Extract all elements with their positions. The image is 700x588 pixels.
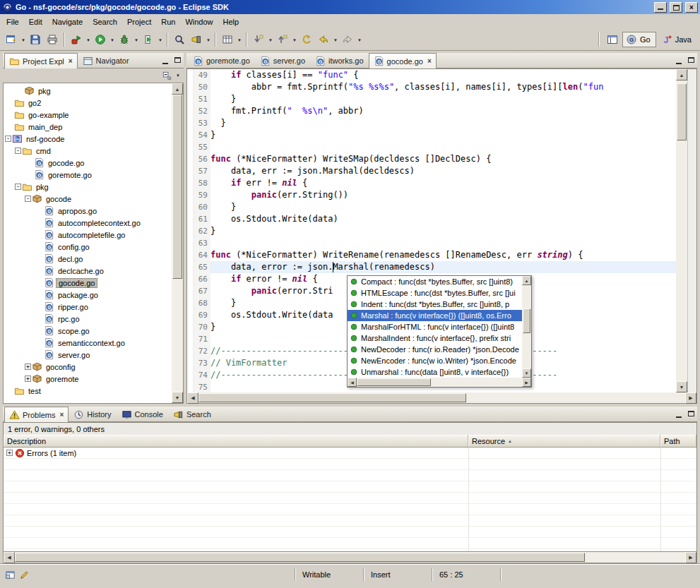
- tree-item-server.go[interactable]: Gserver.go: [4, 349, 172, 361]
- close-tab-icon[interactable]: ×: [426, 57, 432, 65]
- tree-item-goremote[interactable]: +goremote: [4, 373, 172, 385]
- fast-view-button[interactable]: [3, 568, 17, 581]
- new-button[interactable]: [3, 31, 20, 48]
- menu-file[interactable]: File: [1, 16, 24, 28]
- scroll-up-button[interactable]: ▲: [172, 83, 183, 95]
- search-dropdown-icon[interactable]: ▼: [205, 37, 212, 42]
- minimize-button[interactable]: [654, 2, 667, 13]
- collapse-toggle-icon[interactable]: -: [25, 196, 31, 202]
- new-dropdown-icon[interactable]: ▼: [20, 37, 27, 42]
- tree-item-apropos.go[interactable]: Gapropos.go: [4, 205, 172, 217]
- editor-tab-itworks.go[interactable]: Gitworks.go: [310, 53, 369, 68]
- editor-tab-gocode.go[interactable]: Ggocode.go×: [369, 53, 437, 68]
- new-wizard-button[interactable]: [219, 31, 236, 48]
- scrollbar-thumb[interactable]: [198, 393, 466, 402]
- tree-item-pkg[interactable]: pkg: [4, 85, 172, 97]
- forward-button[interactable]: [339, 31, 356, 48]
- scroll-right-button[interactable]: ▶: [522, 378, 531, 387]
- scroll-right-button[interactable]: ▶: [685, 392, 696, 404]
- external-tools-button[interactable]: [68, 31, 85, 48]
- explorer-scrollbar[interactable]: ▲▼: [172, 83, 183, 403]
- maximize-button[interactable]: [670, 2, 682, 13]
- previous-annotation-button[interactable]: [274, 31, 291, 48]
- collapse-toggle-icon[interactable]: -: [5, 136, 11, 142]
- scroll-left-button[interactable]: ◀: [4, 552, 15, 563]
- scroll-down-button[interactable]: ▼: [676, 381, 687, 392]
- close-button[interactable]: ×: [685, 2, 698, 13]
- back-dropdown-icon[interactable]: ▼: [332, 37, 339, 42]
- scrollbar-thumb[interactable]: [677, 83, 687, 140]
- tree-item-goconfig[interactable]: +goconfig: [4, 361, 172, 373]
- completion-item[interactable]: Compact : func(dst *bytes.Buffer, src []…: [348, 276, 522, 287]
- scrollbar-thumb[interactable]: [172, 95, 182, 279]
- search-button[interactable]: [188, 31, 205, 48]
- tree-item-ripper.go[interactable]: Gripper.go: [4, 301, 172, 313]
- collapse-toggle-icon[interactable]: -: [15, 148, 21, 154]
- tree-item-scope.go[interactable]: Gscope.go: [4, 325, 172, 337]
- scrollbar-track[interactable]: [676, 80, 687, 381]
- tree-item-test[interactable]: test: [4, 385, 172, 397]
- completion-scrollbar[interactable]: ▲▼: [522, 276, 531, 378]
- tree-item-goremote.go[interactable]: Ggoremote.go: [4, 169, 172, 181]
- menu-help[interactable]: Help: [218, 16, 244, 28]
- scrollbar-thumb[interactable]: [15, 553, 585, 562]
- minimize-problems-button[interactable]: [673, 409, 685, 420]
- scroll-down-button[interactable]: ▼: [172, 392, 183, 403]
- code-editor[interactable]: 4950515253545556575859606162636465666768…: [186, 68, 697, 392]
- print-button[interactable]: [44, 31, 61, 48]
- menu-edit[interactable]: Edit: [24, 16, 47, 28]
- column-header-resource[interactable]: Resource▲: [468, 435, 660, 447]
- view-menu-button[interactable]: ▼: [174, 69, 182, 82]
- scrollbar-track[interactable]: [522, 285, 531, 368]
- completion-item[interactable]: Unmarshal : func(data []uint8, v interfa…: [348, 366, 522, 378]
- menu-run[interactable]: Run: [156, 16, 180, 28]
- tree-item-declcache.go[interactable]: Gdeclcache.go: [4, 265, 172, 277]
- tree-item-gocode.go[interactable]: Ggocode.go: [4, 157, 172, 169]
- tree-item-go2[interactable]: go2: [4, 97, 172, 109]
- menu-project[interactable]: Project: [122, 16, 156, 28]
- tree-item-rpc.go[interactable]: Grpc.go: [4, 313, 172, 325]
- debug-dropdown-icon[interactable]: ▼: [133, 37, 140, 42]
- scroll-left-button[interactable]: ◀: [348, 378, 357, 387]
- scroll-left-button[interactable]: ◀: [187, 392, 198, 404]
- tree-item-config.go[interactable]: Gconfig.go: [4, 241, 172, 253]
- external-tools-dropdown-icon[interactable]: ▼: [85, 37, 92, 42]
- tree-item-autocompletefile.go[interactable]: Gautocompletefile.go: [4, 229, 172, 241]
- title-bar[interactable]: Go - nsf-gocode/src/pkg/gocode/gocode.go…: [0, 0, 700, 14]
- completion-item[interactable]: HTMLEscape : func(dst *bytes.Buffer, src…: [348, 287, 522, 299]
- scrollbar-thumb[interactable]: [523, 308, 530, 333]
- tab-project-explorer[interactable]: Project Expl ×: [4, 53, 78, 68]
- tree-item-semanticcontext.go[interactable]: Gsemanticcontext.go: [4, 337, 172, 349]
- new-wizard-dropdown-icon[interactable]: ▼: [236, 37, 243, 42]
- expand-toggle-icon[interactable]: +: [25, 364, 31, 370]
- scroll-right-button[interactable]: ▶: [685, 552, 696, 563]
- menu-search[interactable]: Search: [88, 16, 122, 28]
- column-header-description[interactable]: Description: [4, 435, 468, 447]
- go-perspective-button[interactable]: G Go: [622, 32, 656, 47]
- tab-console[interactable]: Console: [117, 407, 168, 421]
- collapse-toggle-icon[interactable]: -: [15, 184, 21, 190]
- problems-scrollbar[interactable]: ◀▶: [3, 552, 697, 563]
- run-last-launched-dropdown-icon[interactable]: ▼: [157, 37, 164, 42]
- tab-problems[interactable]: Problems×: [4, 407, 69, 422]
- debug-button[interactable]: [116, 31, 133, 48]
- scrollbar-thumb[interactable]: [357, 378, 431, 386]
- menu-window[interactable]: Window: [180, 16, 218, 28]
- tree-item-gocode.go[interactable]: Ggocode.go: [4, 277, 172, 289]
- column-header-path[interactable]: Path: [660, 435, 696, 447]
- tab-navigator[interactable]: Navigator: [78, 53, 134, 68]
- tree-item-main_dep[interactable]: main_dep: [4, 121, 172, 133]
- scroll-up-button[interactable]: ▲: [522, 276, 531, 285]
- editor-tab-goremote.go[interactable]: Ggoremote.go: [188, 53, 255, 68]
- scrollbar-track[interactable]: [198, 392, 685, 403]
- last-edit-location-button[interactable]: [298, 31, 315, 48]
- open-type-button[interactable]: [171, 31, 188, 48]
- editor-horizontal-scrollbar[interactable]: ◀▶: [186, 392, 697, 404]
- tree-item-package.go[interactable]: Gpackage.go: [4, 289, 172, 301]
- maximize-editor-button[interactable]: [685, 55, 697, 66]
- forward-dropdown-icon[interactable]: ▼: [356, 37, 363, 42]
- open-perspective-button[interactable]: [604, 31, 621, 48]
- run-last-launched-button[interactable]: [140, 31, 157, 48]
- run-button[interactable]: [92, 31, 109, 48]
- back-button[interactable]: [315, 31, 332, 48]
